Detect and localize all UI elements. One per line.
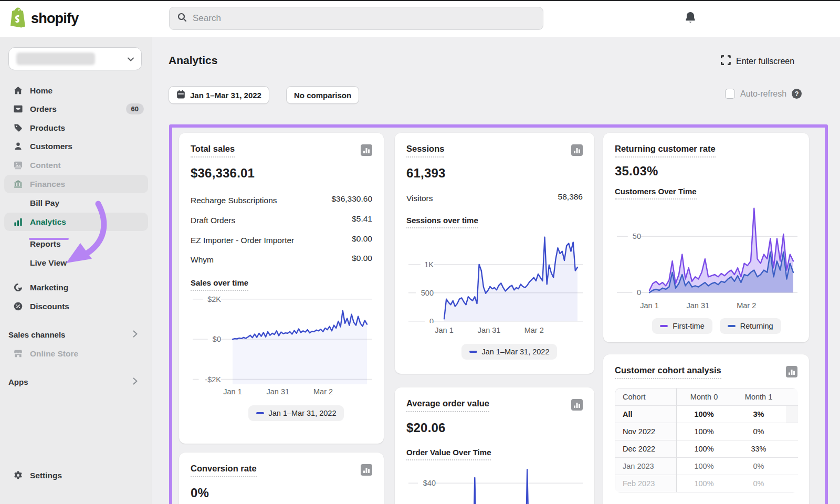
card-title[interactable]: Returning customer rate bbox=[615, 144, 716, 158]
svg-text:-$2K: -$2K bbox=[205, 375, 221, 384]
sidebar-item-settings[interactable]: Settings bbox=[4, 466, 148, 485]
x-tick-label: Jan 31 bbox=[266, 387, 289, 396]
person-icon bbox=[13, 141, 24, 152]
page-title: Analytics bbox=[169, 54, 217, 67]
sidebar: Home Orders 60 Products Customers Conten… bbox=[0, 37, 152, 504]
cohort-row[interactable]: Dec 2022100%33% bbox=[615, 440, 798, 458]
comparison-button[interactable]: No comparison bbox=[286, 86, 359, 104]
image-icon bbox=[13, 160, 24, 171]
chart-legend: First-time Returning bbox=[636, 318, 797, 334]
card-title[interactable]: Average order value bbox=[406, 398, 489, 412]
card-sessions: Sessions 61,393 Visitors58,386 Sessions … bbox=[395, 133, 594, 374]
sidebar-item-online-store[interactable]: Online Store bbox=[4, 344, 148, 363]
sidebar-section-sales-channels[interactable]: Sales channels bbox=[8, 326, 144, 343]
chevron-right-icon bbox=[133, 330, 138, 339]
card-title[interactable]: Customer cohort analysis bbox=[615, 365, 721, 379]
sales-over-time-chart: $2K$0-$2K bbox=[191, 296, 372, 384]
conversion-rate-value: 0% bbox=[191, 486, 372, 500]
help-question-icon[interactable]: ? bbox=[792, 89, 802, 99]
chart-subtitle[interactable]: Order Value Over Time bbox=[406, 448, 491, 460]
x-tick-label: Mar 2 bbox=[313, 387, 333, 396]
x-tick-label: Mar 2 bbox=[524, 326, 544, 334]
sidebar-item-content[interactable]: Content bbox=[4, 156, 148, 174]
store-name-redacted bbox=[16, 52, 95, 65]
sidebar-item-marketing[interactable]: Marketing bbox=[4, 278, 148, 297]
sidebar-item-products[interactable]: Products bbox=[4, 119, 148, 137]
sidebar-item-live-view[interactable]: Live View bbox=[4, 254, 148, 272]
chart-subtitle[interactable]: Sessions over time bbox=[406, 216, 478, 228]
svg-text:0: 0 bbox=[637, 288, 641, 297]
svg-text:$40: $40 bbox=[423, 479, 436, 487]
x-tick-label: Jan 1 bbox=[223, 387, 242, 396]
x-tick-label: Jan 1 bbox=[435, 326, 453, 334]
sidebar-item-customers[interactable]: Customers bbox=[4, 137, 148, 155]
x-axis-labels: Jan 1Jan 31Mar 2 bbox=[191, 387, 372, 399]
card-title[interactable]: Conversion rate bbox=[191, 464, 257, 477]
sidebar-item-reports[interactable]: Reports bbox=[4, 235, 148, 253]
view-report-chart-icon[interactable] bbox=[361, 464, 372, 478]
global-search[interactable] bbox=[169, 7, 543, 30]
legend-dash bbox=[256, 412, 264, 414]
view-report-chart-icon[interactable] bbox=[571, 144, 583, 158]
metric-row: Draft Orders$5.41 bbox=[191, 214, 372, 227]
topbar: shopify bbox=[0, 0, 840, 37]
sidebar-item-finances[interactable]: Finances bbox=[4, 175, 148, 193]
sidebar-item-home[interactable]: Home bbox=[4, 81, 148, 100]
cohort-row-all[interactable]: All100%3% bbox=[615, 406, 798, 423]
gear-icon bbox=[13, 470, 24, 481]
sessions-over-time-chart: 1K5000 bbox=[406, 233, 583, 323]
x-axis-labels: Jan 1Jan 31Mar 2 bbox=[406, 326, 583, 338]
bank-icon bbox=[13, 178, 24, 190]
orders-count-badge: 60 bbox=[126, 103, 144, 114]
svg-text:1K: 1K bbox=[424, 260, 434, 268]
card-title[interactable]: Total sales bbox=[191, 144, 235, 158]
metric-row: Visitors58,386 bbox=[406, 192, 583, 205]
analytics-bars-icon bbox=[13, 216, 24, 227]
view-report-chart-icon[interactable] bbox=[361, 144, 372, 158]
chart-subtitle[interactable]: Customers Over Time bbox=[615, 187, 697, 200]
metric-row: Recharge Subscriptions$36,330.60 bbox=[191, 194, 372, 207]
auto-refresh-checkbox[interactable] bbox=[725, 89, 735, 99]
sidebar-section-apps[interactable]: Apps bbox=[8, 373, 144, 391]
chart-legend: Jan 1–Mar 31, 2022 bbox=[220, 405, 372, 421]
order-value-over-time-chart: $40 bbox=[406, 467, 583, 504]
svg-text:$0: $0 bbox=[213, 335, 221, 343]
tag-icon bbox=[13, 122, 24, 133]
sidebar-item-analytics[interactable]: Analytics bbox=[4, 213, 148, 231]
enter-fullscreen-button[interactable]: Enter fullscreen bbox=[721, 55, 794, 67]
search-icon bbox=[177, 12, 187, 25]
marketing-target-icon bbox=[13, 282, 24, 293]
search-input[interactable] bbox=[193, 13, 536, 24]
sessions-value: 61,393 bbox=[406, 166, 583, 181]
total-sales-value: $36,336.01 bbox=[191, 166, 372, 181]
customers-over-time-chart: 500 bbox=[615, 203, 797, 298]
card-title[interactable]: Sessions bbox=[406, 144, 444, 158]
card-customer-cohort-analysis: Customer cohort analysis CohortMonth 0Mo… bbox=[603, 354, 809, 504]
card-total-sales: Total sales $36,336.01 Recharge Subscrip… bbox=[179, 133, 384, 444]
returning-customer-rate-value: 35.03% bbox=[615, 164, 797, 178]
legend-dash-returning bbox=[728, 325, 736, 327]
chevron-down-icon bbox=[128, 54, 134, 64]
x-tick-label: Jan 1 bbox=[640, 301, 658, 310]
storefront-icon bbox=[13, 348, 24, 359]
cohort-row[interactable]: Jan 2023100%0% bbox=[615, 458, 798, 475]
store-selector[interactable] bbox=[8, 47, 142, 70]
cohort-row[interactable]: Nov 2022100%0% bbox=[615, 423, 798, 440]
x-tick-label: Jan 31 bbox=[687, 301, 710, 310]
svg-text:$2K: $2K bbox=[207, 296, 221, 303]
sidebar-item-discounts[interactable]: Discounts bbox=[4, 297, 148, 316]
notifications-bell-icon[interactable] bbox=[682, 10, 698, 26]
date-range-button[interactable]: Jan 1–Mar 31, 2022 bbox=[169, 86, 269, 104]
view-report-chart-icon[interactable] bbox=[786, 366, 797, 380]
sidebar-item-orders[interactable]: Orders 60 bbox=[4, 100, 148, 118]
metric-row: EZ Importer - Order Importer$0.00 bbox=[191, 234, 372, 247]
discount-badge-icon bbox=[13, 301, 24, 312]
view-report-chart-icon[interactable] bbox=[571, 399, 583, 413]
cohort-row[interactable]: Feb 2023100%0% bbox=[615, 475, 798, 492]
shopify-logo[interactable]: shopify bbox=[8, 7, 78, 30]
legend-dash-first-time bbox=[660, 325, 668, 327]
sidebar-item-bill-pay[interactable]: Bill Pay bbox=[4, 194, 148, 212]
x-axis-labels: Jan 1Jan 31Mar 2 bbox=[615, 301, 797, 313]
auto-refresh-control: Auto-refresh ? bbox=[725, 89, 802, 99]
chart-subtitle[interactable]: Sales over time bbox=[191, 278, 248, 291]
